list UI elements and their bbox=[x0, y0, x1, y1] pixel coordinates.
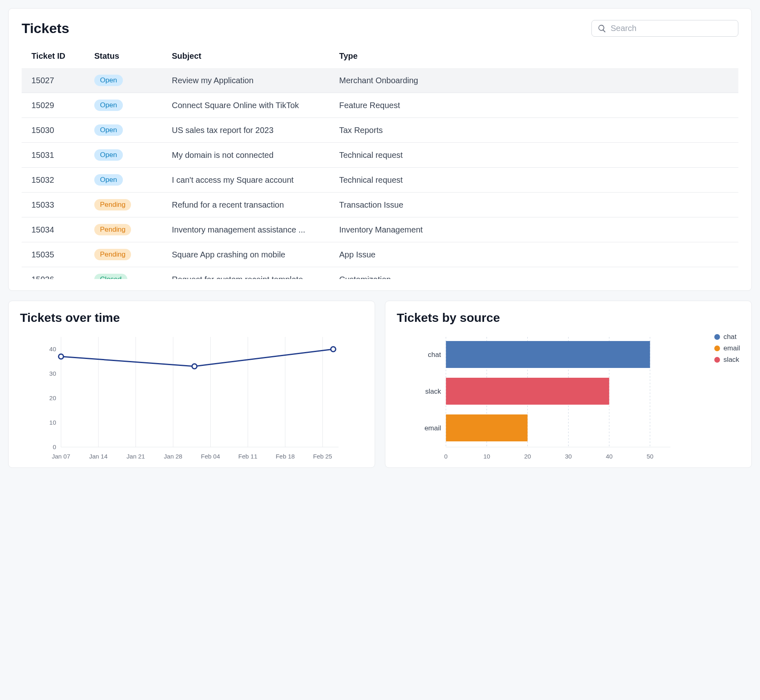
table-row[interactable]: 15036ClosedRequest for custom receipt te… bbox=[22, 267, 738, 279]
svg-text:Feb 25: Feb 25 bbox=[313, 453, 332, 460]
status-badge: Pending bbox=[94, 249, 131, 260]
cell-subject: Connect Square Online with TikTok bbox=[169, 93, 336, 118]
svg-text:Jan 28: Jan 28 bbox=[164, 453, 182, 460]
col-header-type[interactable]: Type bbox=[336, 47, 738, 68]
cell-subject: Refund for a recent transaction bbox=[169, 193, 336, 217]
tickets-table-wrap: Ticket ID Status Subject Type 15027OpenR… bbox=[22, 47, 738, 279]
svg-text:20: 20 bbox=[49, 394, 56, 401]
legend-item-email[interactable]: email bbox=[714, 344, 740, 352]
search-input[interactable] bbox=[611, 24, 732, 33]
svg-text:40: 40 bbox=[49, 346, 56, 352]
svg-text:email: email bbox=[424, 424, 441, 432]
cell-type: Feature Request bbox=[336, 93, 738, 118]
cell-type: Tax Reports bbox=[336, 118, 738, 143]
legend-label: chat bbox=[723, 333, 736, 341]
status-badge: Open bbox=[94, 75, 123, 86]
cell-ticket-id: 15033 bbox=[22, 193, 91, 217]
legend-label: email bbox=[723, 344, 740, 352]
search-icon bbox=[598, 24, 607, 33]
cell-subject: Inventory management assistance ... bbox=[169, 217, 336, 242]
cell-ticket-id: 15032 bbox=[22, 168, 91, 193]
line-chart-svg: Jan 07Jan 14Jan 21Jan 28Feb 04Feb 11Feb … bbox=[20, 333, 363, 463]
cell-ticket-id: 15029 bbox=[22, 93, 91, 118]
cell-status: Open bbox=[91, 118, 169, 143]
legend-item-chat[interactable]: chat bbox=[714, 333, 740, 341]
cell-subject: Review my Application bbox=[169, 68, 336, 93]
table-row[interactable]: 15032OpenI can't access my Square accoun… bbox=[22, 168, 738, 193]
col-header-subject[interactable]: Subject bbox=[169, 47, 336, 68]
cell-status: Open bbox=[91, 68, 169, 93]
status-badge: Open bbox=[94, 124, 123, 136]
bar-chat bbox=[446, 341, 650, 368]
status-badge: Closed bbox=[94, 274, 127, 279]
cell-type: Customization bbox=[336, 267, 738, 279]
cell-status: Open bbox=[91, 143, 169, 168]
cell-type: App Issue bbox=[336, 242, 738, 267]
tickets-panel: Tickets Ticket ID Status Subject Type 15… bbox=[8, 8, 752, 291]
cell-subject: Request for custom receipt template bbox=[169, 267, 336, 279]
legend-dot-icon bbox=[714, 357, 720, 363]
cell-subject: I can't access my Square account bbox=[169, 168, 336, 193]
bar-chart-legend: chatemailslack bbox=[714, 333, 740, 367]
bar-email bbox=[446, 414, 528, 441]
svg-text:Jan 07: Jan 07 bbox=[52, 453, 70, 460]
cell-subject: US sales tax report for 2023 bbox=[169, 118, 336, 143]
svg-text:30: 30 bbox=[565, 453, 572, 460]
legend-item-slack[interactable]: slack bbox=[714, 356, 740, 364]
bar-chart-svg: 01020304050chatslackemail bbox=[397, 333, 740, 463]
status-badge: Open bbox=[94, 174, 123, 186]
search-field[interactable] bbox=[591, 20, 738, 37]
charts-row: Tickets over time Jan 07Jan 14Jan 21Jan … bbox=[8, 301, 752, 468]
table-row[interactable]: 15030OpenUS sales tax report for 2023Tax… bbox=[22, 118, 738, 143]
svg-point-24 bbox=[331, 347, 336, 352]
svg-text:30: 30 bbox=[49, 370, 56, 377]
table-row[interactable]: 15033PendingRefund for a recent transact… bbox=[22, 193, 738, 217]
table-row[interactable]: 15029OpenConnect Square Online with TikT… bbox=[22, 93, 738, 118]
chart-tickets-over-time: Tickets over time Jan 07Jan 14Jan 21Jan … bbox=[8, 301, 375, 468]
cell-ticket-id: 15031 bbox=[22, 143, 91, 168]
cell-status: Pending bbox=[91, 193, 169, 217]
svg-point-22 bbox=[59, 354, 64, 359]
cell-ticket-id: 15034 bbox=[22, 217, 91, 242]
cell-status: Closed bbox=[91, 267, 169, 279]
svg-text:10: 10 bbox=[49, 419, 56, 426]
status-badge: Open bbox=[94, 100, 123, 111]
table-row[interactable]: 15034PendingInventory management assista… bbox=[22, 217, 738, 242]
svg-text:0: 0 bbox=[444, 453, 447, 460]
svg-text:Jan 14: Jan 14 bbox=[89, 453, 108, 460]
cell-status: Pending bbox=[91, 217, 169, 242]
svg-text:Jan 21: Jan 21 bbox=[127, 453, 145, 460]
tickets-header: Tickets bbox=[22, 20, 738, 37]
cell-type: Technical request bbox=[336, 143, 738, 168]
chart-tickets-by-source: Tickets by source 01020304050chatslackem… bbox=[385, 301, 752, 468]
legend-dot-icon bbox=[714, 346, 720, 351]
cell-subject: My domain is not connected bbox=[169, 143, 336, 168]
status-badge: Pending bbox=[94, 199, 131, 210]
legend-dot-icon bbox=[714, 334, 720, 340]
cell-status: Pending bbox=[91, 242, 169, 267]
tickets-table: Ticket ID Status Subject Type 15027OpenR… bbox=[22, 47, 738, 279]
svg-text:Feb 04: Feb 04 bbox=[201, 453, 220, 460]
page-title: Tickets bbox=[22, 20, 69, 36]
table-row[interactable]: 15027OpenReview my ApplicationMerchant O… bbox=[22, 68, 738, 93]
status-badge: Open bbox=[94, 149, 123, 161]
table-row[interactable]: 15031OpenMy domain is not connectedTechn… bbox=[22, 143, 738, 168]
svg-point-23 bbox=[192, 364, 197, 369]
chart-title: Tickets by source bbox=[397, 311, 740, 325]
cell-type: Merchant Onboarding bbox=[336, 68, 738, 93]
svg-text:Feb 11: Feb 11 bbox=[238, 453, 258, 460]
table-header-row: Ticket ID Status Subject Type bbox=[22, 47, 738, 68]
cell-ticket-id: 15030 bbox=[22, 118, 91, 143]
col-header-status[interactable]: Status bbox=[91, 47, 169, 68]
cell-status: Open bbox=[91, 93, 169, 118]
svg-text:chat: chat bbox=[428, 351, 441, 359]
svg-text:slack: slack bbox=[425, 388, 441, 395]
cell-ticket-id: 15036 bbox=[22, 267, 91, 279]
cell-type: Inventory Management bbox=[336, 217, 738, 242]
cell-subject: Square App crashing on mobile bbox=[169, 242, 336, 267]
table-row[interactable]: 15035PendingSquare App crashing on mobil… bbox=[22, 242, 738, 267]
col-header-id[interactable]: Ticket ID bbox=[22, 47, 91, 68]
svg-text:40: 40 bbox=[606, 453, 613, 460]
cell-type: Technical request bbox=[336, 168, 738, 193]
legend-label: slack bbox=[723, 356, 739, 364]
